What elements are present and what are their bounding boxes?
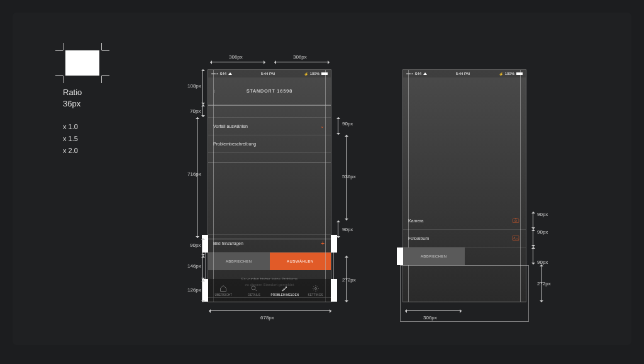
- dim-716: 716px: [187, 171, 201, 177]
- fotoalbum-row[interactable]: Fotoalbum: [403, 230, 526, 247]
- dim-arrow: [533, 247, 533, 264]
- fotoalbum-label: Fotoalbum: [408, 236, 429, 241]
- camera-icon: [512, 217, 519, 224]
- dim-arrow: [210, 62, 265, 62]
- svg-point-1: [314, 287, 316, 289]
- phone-mockup-right: ••••• S44 5:44 PM ⚡ 100% Kamera Fotoalbu…: [402, 69, 526, 302]
- phone-mockup-left: ••••• S44 5:44 PM ⚡ 100% ‹ STANDORT 1659…: [208, 69, 331, 302]
- dim-arrow: [203, 256, 203, 280]
- image-icon: [512, 235, 519, 242]
- pencil-icon: [281, 285, 289, 292]
- svg-point-0: [252, 286, 255, 290]
- gear-icon: [312, 285, 319, 292]
- dim-90-btn: 90px: [190, 242, 201, 248]
- dim-arrow: [338, 117, 338, 135]
- ratio-square: [65, 50, 99, 76]
- dim-arrow: [209, 310, 331, 311]
- ratio-scales: x 1.0 x 1.5 x 2.0: [63, 121, 99, 156]
- dim-arrow: [203, 280, 203, 302]
- dim-306-rbottom: 306px: [423, 315, 437, 321]
- svg-rect-2: [513, 219, 519, 223]
- dim-arrow: [274, 62, 330, 62]
- dim-arrow: [405, 310, 462, 311]
- bild-label: Bild hinzufügen: [213, 241, 243, 246]
- dim-90-r2: 90px: [537, 229, 548, 235]
- kamera-row[interactable]: Kamera: [403, 212, 526, 230]
- tab-settings[interactable]: SETTINGS: [300, 279, 331, 302]
- dim-306-left: 306px: [229, 54, 243, 60]
- battery-icon: [516, 72, 523, 75]
- dim-272: 272px: [342, 277, 356, 283]
- dim-arrow: [203, 69, 203, 105]
- dim-678: 678px: [260, 315, 274, 321]
- dim-108: 108px: [187, 83, 201, 89]
- cancel-button[interactable]: ABBRECHEN: [208, 253, 270, 270]
- dim-arrow: [346, 135, 347, 220]
- dim-536: 536px: [342, 174, 356, 179]
- home-icon: [219, 285, 227, 292]
- dim-arrow: [346, 256, 347, 302]
- dim-272-r: 272px: [537, 281, 551, 287]
- wifi-icon: [423, 72, 427, 75]
- confirm-button[interactable]: AUSWÄHLEN: [270, 253, 331, 270]
- ratio-label: Ratio36px: [63, 87, 99, 110]
- kamera-label: Kamera: [408, 219, 424, 223]
- dim-arrow: [541, 264, 541, 302]
- dim-90-bild: 90px: [342, 227, 353, 232]
- status-bar: ••••• S44 5:44 PM ⚡ 100%: [208, 70, 331, 77]
- status-bar: ••••• S44 5:44 PM ⚡ 100%: [403, 70, 526, 77]
- description-area[interactable]: [208, 153, 331, 235]
- dim-126: 126px: [187, 287, 201, 293]
- problembeschreibung-label: Problembeschreibung: [213, 142, 256, 146]
- dim-90-row: 90px: [342, 121, 353, 127]
- notch-tab-right: [331, 279, 337, 302]
- dim-arrow: [203, 238, 203, 256]
- chevron-down-icon: [320, 123, 325, 129]
- dim-146: 146px: [187, 263, 201, 269]
- tab-details[interactable]: DETAILS: [239, 279, 270, 302]
- tab-bar: ÜBERSICHT DETAILS PROBLEM MELDEN SETTING…: [208, 279, 331, 302]
- cancel-button[interactable]: ABBRECHEN: [403, 247, 465, 265]
- problembeschreibung-row[interactable]: Problembeschreibung: [208, 135, 331, 153]
- dim-arrow: [533, 212, 533, 229]
- dim-arrow: [533, 229, 533, 247]
- back-icon[interactable]: ‹: [213, 88, 216, 94]
- dim-arrow: [203, 105, 203, 117]
- dim-306-right: 306px: [293, 54, 307, 60]
- dim-70: 70px: [190, 108, 201, 114]
- tab-uebersicht[interactable]: ÜBERSICHT: [208, 279, 239, 302]
- dim-arrow: [197, 117, 197, 238]
- title-bar: ‹ STANDORT 16598: [208, 77, 331, 105]
- search-icon: [250, 285, 258, 292]
- photo-preview-area: [403, 77, 526, 212]
- notch-left: [397, 247, 403, 265]
- vorfall-label: Vorfall auswählen: [213, 124, 248, 128]
- tab-problem-melden[interactable]: PROBLEM MELDEN: [270, 279, 301, 302]
- dim-arrow: [338, 220, 338, 238]
- button-row: ABBRECHEN: [403, 247, 526, 265]
- button-row: ABBRECHEN AUSWÄHLEN: [208, 253, 331, 270]
- plus-icon: +: [321, 240, 325, 247]
- svg-point-3: [515, 220, 517, 222]
- svg-point-5: [514, 237, 515, 238]
- wifi-icon: [228, 72, 232, 75]
- dim-90-r1: 90px: [537, 212, 548, 217]
- vorfall-row[interactable]: Vorfall auswählen: [208, 118, 331, 135]
- bild-hinzufuegen-row[interactable]: Bild hinzufügen +: [208, 235, 331, 253]
- ratio-graphic: Ratio36px x 1.0 x 1.5 x 2.0: [63, 50, 99, 156]
- bottom-area: [403, 265, 526, 303]
- battery-icon: [321, 72, 328, 75]
